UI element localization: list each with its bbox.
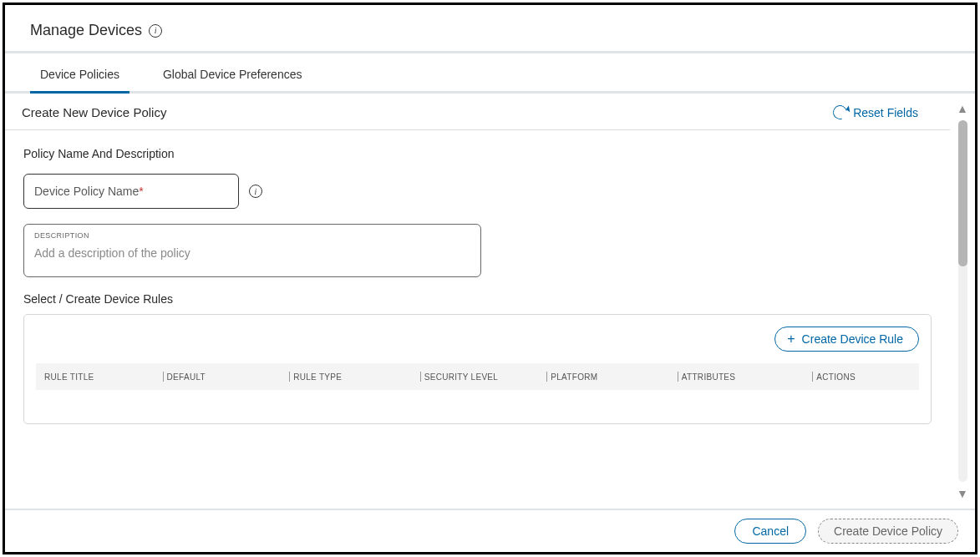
policy-name-row: Device Policy Name* i [23,174,933,209]
info-icon[interactable]: i [149,24,162,38]
scroll-up-icon[interactable]: ▲ [957,102,968,115]
section-header: Create New Device Policy Reset Fields [5,94,950,130]
create-device-policy-button[interactable]: Create Device Policy [818,519,958,544]
create-rule-label: Create Device Rule [802,332,903,346]
tab-device-policies[interactable]: Device Policies [30,56,129,94]
name-description-heading: Policy Name And Description [23,147,933,160]
rules-table-header: RULE TITLE DEFAULT RULE TYPE SECURITY LE… [36,363,919,390]
policy-name-input[interactable]: Device Policy Name* [23,174,239,209]
policy-name-label: Device Policy Name [34,185,139,198]
col-default: DEFAULT [158,372,283,382]
reset-label: Reset Fields [853,106,918,119]
col-attributes: ATTRIBUTES [673,372,806,382]
rules-box: + Create Device Rule RULE TITLE DEFAULT … [23,314,932,424]
col-platform: PLATFORM [541,372,671,382]
plus-icon: + [787,332,795,346]
reset-fields-link[interactable]: Reset Fields [833,105,918,119]
col-rule-type: RULE TYPE [284,372,414,382]
rules-heading: Select / Create Device Rules [23,292,933,306]
tab-bar: Device Policies Global Device Preference… [5,53,975,91]
description-placeholder: Add a description of the policy [34,246,470,268]
create-device-rule-button[interactable]: + Create Device Rule [774,327,919,352]
rules-toolbar: + Create Device Rule [36,327,919,352]
app-frame: Manage Devices i Device Policies Global … [3,3,977,554]
info-icon[interactable]: i [249,185,262,198]
page-title: Manage Devices [30,22,142,39]
cancel-button[interactable]: Cancel [734,519,806,544]
col-actions: ACTIONS [807,372,916,382]
content-scroll: Create New Device Policy Reset Fields Po… [5,94,950,509]
scroll-down-icon[interactable]: ▼ [957,487,968,500]
section-title: Create New Device Policy [22,105,166,119]
reset-icon [830,103,850,122]
description-label: DESCRIPTION [34,231,470,240]
tab-section: Device Policies Global Device Preference… [5,51,975,94]
required-indicator: * [139,185,143,198]
scrollbar[interactable]: ▲ ▼ [950,94,975,509]
scroll-thumb[interactable] [958,120,967,266]
description-textarea[interactable]: DESCRIPTION Add a description of the pol… [23,224,481,277]
col-rule-title: RULE TITLE [39,372,156,382]
page-header: Manage Devices i [5,5,975,51]
scroll-track[interactable] [958,120,967,482]
col-security-level: SECURITY LEVEL [415,372,541,382]
tab-global-preferences[interactable]: Global Device Preferences [153,56,312,94]
form-area: Policy Name And Description Device Polic… [5,130,950,433]
footer: Cancel Create Device Policy [5,509,975,552]
body-row: Create New Device Policy Reset Fields Po… [5,94,975,509]
